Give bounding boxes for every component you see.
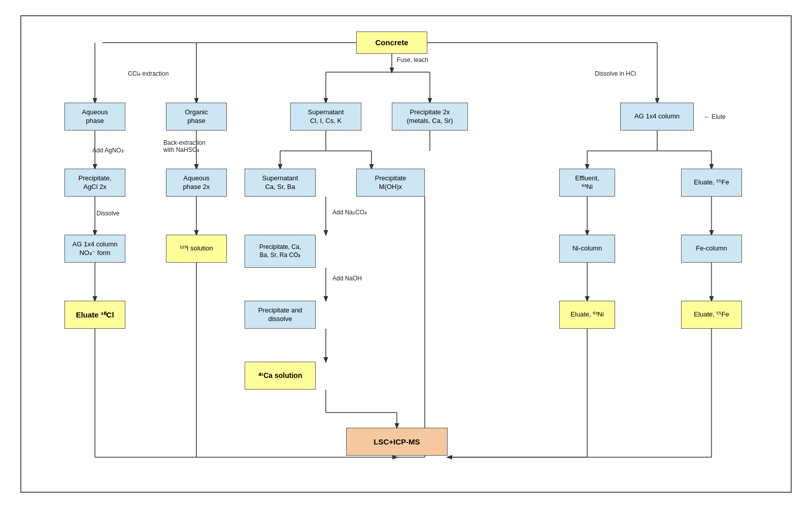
dissolve-label: Dissolve (96, 210, 120, 217)
eluate-63ni-node: Eluate, ⁶³Ni (559, 301, 615, 329)
lsc-icp-node: LSC+ICP-MS (346, 428, 448, 456)
ag1x4-right-node: AG 1x4 column (620, 103, 694, 131)
concrete-node: Concrete (356, 31, 427, 54)
precipitate-agcl-node: Precipitate,AgCl 2x (64, 169, 125, 197)
fuse-leach-label: Fuse, leach (397, 56, 428, 64)
precipitate-2x-node: Precipitate 2x(metals, Ca, Sr) (392, 103, 468, 131)
backextract-label2: with NaHSO₃ (163, 146, 199, 153)
precipitate-mohx-node: PrecipitateM(OH)x (356, 169, 425, 197)
eluate-55fe-top-node: Eluate, ⁵⁵Fe (681, 169, 742, 197)
fe-column-node: Fe-column (681, 235, 742, 263)
aqueous-phase-node: Aqueousphase (64, 103, 125, 131)
ag1x4-no3-node: AG 1x4 columnNO₃⁻ form (64, 235, 125, 263)
ni-column-node: Ni-column (559, 235, 615, 263)
effluent-ni-node: Effluent,⁶³Ni (559, 169, 615, 197)
ca41-solution-node: ⁴¹Ca solution (245, 362, 316, 390)
supernatant-ca-node: SupernatantCa, Sr, Ba (245, 169, 316, 197)
precipitate-carbonate-node: Precipitate, Ca,Ba, Sr, Ra CO₃ (245, 235, 316, 268)
diagram-container: Fuse, leach CCl₄ extraction Add AgNO₃ Di… (20, 15, 792, 493)
ccl4-label: CCl₄ extraction (128, 70, 168, 77)
na2co3-label: Add Na₂CO₃ (332, 209, 367, 216)
aqueous-phase2-node: Aqueousphase 2x (166, 169, 227, 197)
elute-label: ← Elute (704, 113, 726, 120)
dissolve-hcl-label: Dissolve in HCl (595, 70, 636, 77)
supernatant-cl-node: SupernatantCl, I, Cs, K (290, 103, 361, 131)
backextract-label: Back-extraction (163, 139, 206, 146)
naoh-label: Add NaOH (332, 275, 362, 282)
organic-phase-node: Organicphase (166, 103, 227, 131)
precipitate-dissolve-node: Precipitate anddissolve (245, 301, 316, 329)
eluate-36cl-node: Eluate ³⁶Cl (64, 301, 125, 329)
i129-solution-node: ¹²⁹I solution (166, 235, 227, 263)
eluate-55fe-bot-node: Eluate, ⁵⁵Fe (681, 301, 742, 329)
agno3-label: Add AgNO₃ (92, 147, 124, 154)
arrows-svg: Fuse, leach CCl₄ extraction Add AgNO₃ Di… (21, 16, 791, 492)
